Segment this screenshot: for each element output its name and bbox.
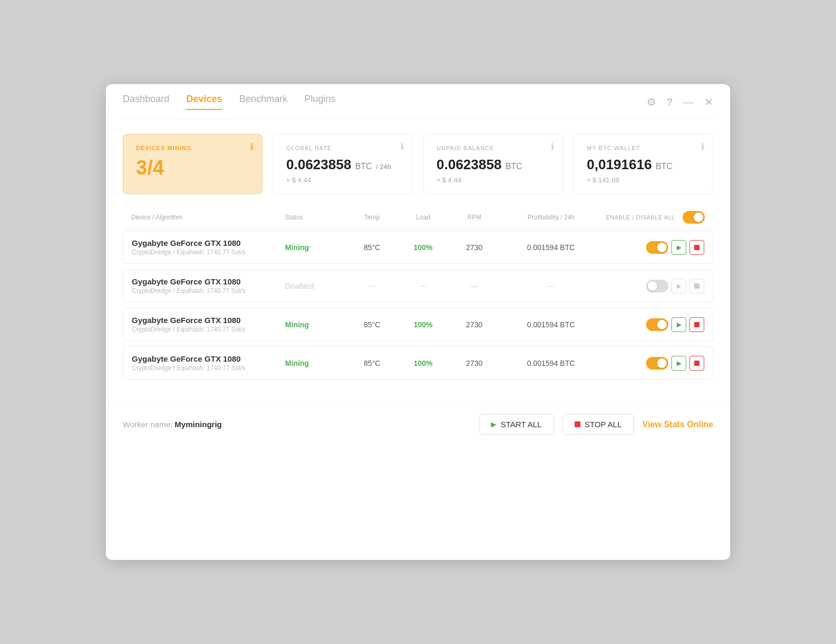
unpaid-balance-label: UNPAID BALANCE	[437, 145, 550, 151]
device-toggle[interactable]	[646, 241, 668, 254]
global-rate-sub: ≈ $ 4.44	[286, 176, 399, 184]
device-info: Gygabyte GeForce GTX 1080 CryptoDredge /…	[132, 277, 285, 295]
device-load: 100%	[397, 359, 449, 367]
device-play-button[interactable]: ▶	[671, 279, 686, 293]
nav-tabs: Dashboard Devices Benchmark Plugins	[123, 94, 335, 110]
device-stop-button[interactable]	[689, 240, 704, 255]
device-info: Gygabyte GeForce GTX 1080 CryptoDredge /…	[132, 238, 285, 256]
device-name: Gygabyte GeForce GTX 1080	[132, 354, 285, 363]
device-load: 100%	[397, 243, 449, 252]
stop-icon	[694, 322, 699, 327]
btc-wallet-value: 0,0191616 BTC	[587, 157, 700, 173]
device-stop-button[interactable]	[689, 279, 704, 293]
stop-icon	[694, 361, 699, 366]
titlebar: Dashboard Devices Benchmark Plugins ⚙ ? …	[106, 84, 730, 110]
device-profit: ---	[500, 282, 602, 290]
device-algo: CryptoDredge / Equihash: 1740.77 Sol/s	[132, 249, 285, 256]
device-stop-button[interactable]	[689, 356, 704, 371]
btc-wallet-label: MY BTC WALLET	[587, 145, 700, 151]
table-row: Gygabyte GeForce GTX 1080 CryptoDredge /…	[123, 308, 713, 341]
global-rate-value: 0.0623858 BTC / 24h	[286, 157, 399, 173]
stats-row: ℹ DEVICES MINING 3/4 ℹ GLOBAL RATE 0.062…	[123, 134, 713, 194]
device-toggle[interactable]	[646, 280, 668, 292]
table-header: Device / Algorithm Status Temp Load RPM …	[123, 211, 713, 228]
device-info: Gygabyte GeForce GTX 1080 CryptoDredge /…	[132, 316, 285, 333]
global-rate-label: GLOBAL RATE	[286, 145, 399, 151]
device-temp: ---	[347, 282, 398, 290]
bottom-actions: ▶ START ALL STOP ALL View Stats Online	[479, 414, 713, 435]
device-algo: CryptoDredge / Equihash: 1740.77 Sol/s	[132, 364, 285, 372]
device-rpm: 2730	[449, 243, 500, 252]
worker-name-section: Worker name: Myminingrig	[123, 420, 222, 429]
stop-icon	[694, 283, 699, 289]
help-icon[interactable]: ?	[667, 97, 673, 107]
device-profit: 0.001594 BTC	[500, 359, 602, 367]
view-stats-button[interactable]: View Stats Online	[642, 420, 713, 429]
main-content: ℹ DEVICES MINING 3/4 ℹ GLOBAL RATE 0.062…	[106, 119, 730, 398]
unpaid-balance-value: 0.0623858 BTC	[437, 157, 550, 173]
play-icon: ▶	[677, 321, 681, 328]
device-play-button[interactable]: ▶	[671, 317, 686, 332]
device-play-button[interactable]: ▶	[671, 356, 686, 371]
device-load: ---	[397, 282, 449, 290]
devices-current: 3	[136, 157, 147, 179]
device-actions: ▶	[602, 317, 704, 332]
table-row: Gygabyte GeForce GTX 1080 CryptoDredge /…	[123, 231, 713, 264]
col-header-device: Device / Algorithm	[131, 214, 285, 221]
global-rate-card: ℹ GLOBAL RATE 0.0623858 BTC / 24h ≈ $ 4.…	[273, 134, 413, 194]
tab-plugins[interactable]: Plugins	[304, 94, 335, 110]
close-icon[interactable]: ✕	[704, 97, 713, 107]
device-temp: 85°C	[347, 243, 398, 252]
device-toggle[interactable]	[646, 357, 668, 370]
start-all-button[interactable]: ▶ START ALL	[479, 414, 554, 435]
devices-mining-label: DEVICES MINING	[136, 145, 249, 151]
unpaid-balance-info-icon[interactable]: ℹ	[551, 142, 554, 152]
device-status: Disabled	[285, 282, 347, 290]
col-header-status: Status	[285, 214, 346, 221]
devices-info-icon[interactable]: ℹ	[250, 142, 253, 152]
device-profit: 0.001594 BTC	[500, 320, 602, 329]
device-actions: ▶	[602, 240, 704, 255]
col-header-actions: ENABLE / DISABLE ALL	[602, 211, 705, 224]
main-window: Dashboard Devices Benchmark Plugins ⚙ ? …	[106, 84, 730, 560]
device-status: Mining	[285, 243, 347, 252]
device-toggle[interactable]	[646, 318, 668, 331]
table-row: Gygabyte GeForce GTX 1080 CryptoDredge /…	[123, 269, 713, 302]
device-actions: ▶	[602, 356, 704, 371]
global-rate-info-icon[interactable]: ℹ	[401, 142, 404, 152]
start-all-play-icon: ▶	[491, 420, 496, 428]
play-icon: ▶	[677, 360, 681, 367]
device-name: Gygabyte GeForce GTX 1080	[132, 277, 285, 286]
device-actions: ▶	[602, 279, 704, 293]
devices-total: /4	[147, 157, 164, 179]
device-rpm: 2730	[449, 320, 500, 329]
btc-wallet-info-icon[interactable]: ℹ	[701, 142, 704, 152]
table-row: Gygabyte GeForce GTX 1080 CryptoDredge /…	[123, 346, 713, 380]
device-status: Mining	[285, 359, 347, 367]
tab-devices[interactable]: Devices	[186, 94, 222, 110]
devices-count: 3/4	[136, 157, 249, 179]
stop-all-stop-icon	[575, 421, 580, 427]
bottom-bar: Worker name: Myminingrig ▶ START ALL STO…	[106, 403, 730, 447]
play-icon: ▶	[677, 244, 681, 251]
unpaid-balance-sub: ≈ $ 4.44	[437, 176, 550, 184]
device-load: 100%	[397, 320, 449, 329]
col-header-profit: Profitability / 24h	[500, 214, 603, 221]
devices-mining-card: ℹ DEVICES MINING 3/4	[123, 134, 262, 194]
device-info: Gygabyte GeForce GTX 1080 CryptoDredge /…	[132, 354, 285, 372]
device-status: Mining	[285, 320, 347, 329]
device-stop-button[interactable]	[689, 317, 704, 332]
device-rpm: 2730	[449, 359, 500, 367]
btc-wallet-card: ℹ MY BTC WALLET 0,0191616 BTC ≈ $ 141,69	[574, 134, 713, 194]
minimize-icon[interactable]: —	[683, 97, 694, 107]
tab-dashboard[interactable]: Dashboard	[123, 94, 169, 110]
enable-disable-all-label: ENABLE / DISABLE ALL	[606, 214, 675, 220]
device-rpm: ---	[449, 282, 500, 290]
device-play-button[interactable]: ▶	[671, 240, 686, 255]
device-name: Gygabyte GeForce GTX 1080	[132, 238, 285, 247]
stop-all-button[interactable]: STOP ALL	[562, 414, 634, 435]
tab-benchmark[interactable]: Benchmark	[239, 94, 287, 110]
settings-icon[interactable]: ⚙	[647, 97, 656, 107]
enable-disable-all-toggle[interactable]	[683, 211, 705, 224]
col-header-rpm: RPM	[449, 214, 500, 221]
